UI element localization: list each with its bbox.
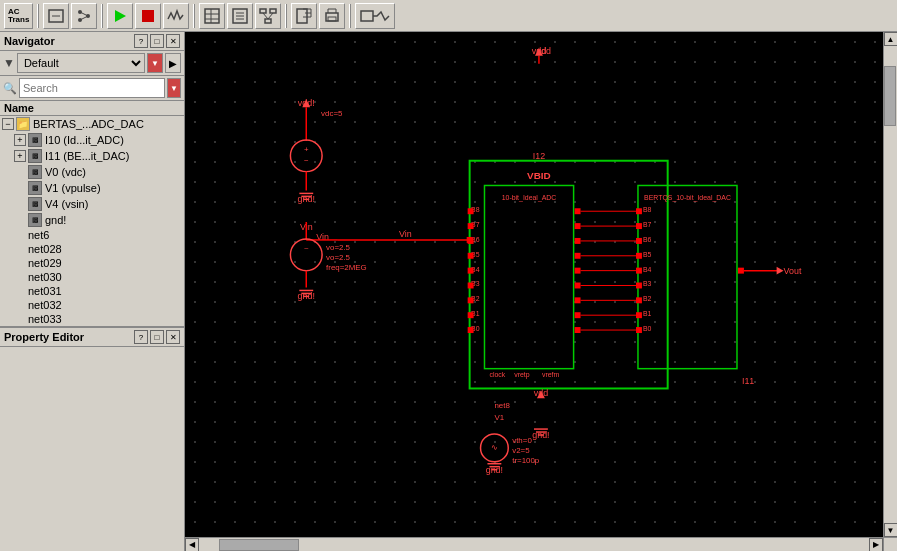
- source-plus: +: [304, 145, 309, 154]
- expand-i10[interactable]: +: [14, 134, 26, 146]
- tree-item-v4[interactable]: ▩ V4 (vsin): [0, 196, 184, 212]
- search-dropdown-arrow[interactable]: ▼: [167, 78, 181, 98]
- canvas-vertical-scrollbar[interactable]: ▲ ▼: [883, 32, 897, 537]
- vpulse-plus: ~: [304, 244, 309, 253]
- tree-item-i11[interactable]: + ▩ I11 (BE...it_DAC): [0, 148, 184, 164]
- svg-line-21: [268, 13, 273, 19]
- filter-dropdown-arrow[interactable]: ▼: [147, 53, 163, 73]
- tree-label-net6: net6: [28, 229, 49, 241]
- svg-line-6: [80, 16, 88, 20]
- tree-item-net028[interactable]: net028: [0, 242, 184, 256]
- hscroll-track[interactable]: [199, 539, 869, 551]
- b8-dot-left: [468, 208, 474, 214]
- b1-dot-right: [575, 312, 581, 318]
- toolbar-separator-4: [285, 4, 287, 28]
- vscroll-up-button[interactable]: ▲: [884, 32, 898, 46]
- layout-button[interactable]: [355, 3, 395, 29]
- canvas-horizontal-scrollbar[interactable]: ◀ ▶: [185, 537, 883, 551]
- i11-dac-box: [638, 185, 737, 368]
- tree-item-net029[interactable]: net029: [0, 256, 184, 270]
- tree-item-net033[interactable]: net033: [0, 312, 184, 326]
- hscroll-thumb[interactable]: [219, 539, 299, 551]
- vout-label: Vout: [784, 266, 802, 276]
- tree-label-v4: V4 (vsin): [45, 198, 88, 210]
- left-panel: Navigator ? □ ✕ ▼ Default ▼ ▶ 🔍 ▼: [0, 32, 185, 551]
- filter-dropdown[interactable]: Default: [17, 53, 145, 73]
- tree-item-net031[interactable]: net031: [0, 284, 184, 298]
- i10-adc-box: [484, 185, 573, 368]
- hscroll-right-button[interactable]: ▶: [869, 538, 883, 552]
- vsin-symbol: ∿: [491, 443, 498, 452]
- tree-item-v1[interactable]: ▩ V1 (vpulse): [0, 180, 184, 196]
- source-minus: −: [304, 156, 309, 165]
- chip-icon-gnd1: ▩: [28, 213, 42, 227]
- navigator-close-button[interactable]: ✕: [166, 34, 180, 48]
- svg-rect-19: [265, 19, 271, 23]
- netlist-btn2[interactable]: [71, 3, 97, 29]
- stop-button[interactable]: [135, 3, 161, 29]
- navigator-restore-button[interactable]: □: [150, 34, 164, 48]
- vpulse-params: vo=2.5: [326, 243, 351, 252]
- expand-i11[interactable]: +: [14, 150, 26, 162]
- b2-dac-dot: [636, 297, 642, 303]
- i12-label: I12: [533, 151, 545, 161]
- run-button[interactable]: [107, 3, 133, 29]
- tree-label-gnd1: gnd!: [45, 214, 66, 226]
- tree-item-i10[interactable]: + ▩ I10 (Id...it_ADC): [0, 132, 184, 148]
- b3-dac-dot: [636, 283, 642, 289]
- vscroll-track[interactable]: [884, 46, 897, 523]
- expand-root[interactable]: −: [2, 118, 14, 130]
- b7-dot-right: [575, 223, 581, 229]
- vscroll-thumb[interactable]: [884, 66, 896, 126]
- b5-dot-right: [575, 253, 581, 259]
- search-input[interactable]: [19, 78, 165, 98]
- hscroll-left-button[interactable]: ◀: [185, 538, 199, 552]
- vpulse-params3: freq=2MEG: [326, 263, 367, 272]
- hier-button[interactable]: [255, 3, 281, 29]
- b7-dot-left: [468, 223, 474, 229]
- toolbar: ACTrans: [0, 0, 897, 32]
- property-editor-panel: Property Editor ? □ ✕: [0, 327, 184, 551]
- filter-icon: ▼: [3, 56, 15, 70]
- chip-icon-v1: ▩: [28, 181, 42, 195]
- tree-item-net030[interactable]: net030: [0, 270, 184, 284]
- svg-rect-8: [142, 10, 154, 22]
- tree-label-net028: net028: [28, 243, 62, 255]
- property-editor-header: Property Editor ? □ ✕: [0, 328, 184, 347]
- tree-item-root[interactable]: − 📁 BERTAS_...ADC_DAC: [0, 116, 184, 132]
- export-button[interactable]: [291, 3, 317, 29]
- vbid-title: VBID: [527, 170, 551, 181]
- net8-label: net8: [494, 401, 510, 410]
- chip-icon-v0: ▩: [28, 165, 42, 179]
- clock-label: clock: [489, 371, 505, 378]
- svg-rect-9: [205, 9, 219, 23]
- tree-label-i11: I11 (BE...it_DAC): [45, 150, 129, 162]
- tree-column-header: Name: [0, 101, 184, 116]
- tree-item-gnd1[interactable]: ▩ gnd!: [0, 212, 184, 228]
- dac-label: BERTQS_10-bit_Ideal_DAC: [644, 194, 731, 202]
- print-button[interactable]: [319, 3, 345, 29]
- tree-item-v0[interactable]: ▩ V0 (vdc): [0, 164, 184, 180]
- property-close-button[interactable]: ✕: [166, 330, 180, 344]
- filter-more-button[interactable]: ▶: [165, 53, 181, 73]
- tree-item-net6[interactable]: net6: [0, 228, 184, 242]
- vscroll-down-button[interactable]: ▼: [884, 523, 898, 537]
- tree-item-net032[interactable]: net032: [0, 298, 184, 312]
- b4-dac-dot: [636, 268, 642, 274]
- tree-label-net030: net030: [28, 271, 62, 283]
- svg-line-5: [80, 12, 88, 16]
- property-help-button[interactable]: ?: [134, 330, 148, 344]
- ac-trans-button[interactable]: ACTrans: [4, 3, 33, 29]
- svg-rect-26: [361, 11, 373, 21]
- b4-dot-right: [575, 268, 581, 274]
- property-restore-button[interactable]: □: [150, 330, 164, 344]
- vdc-label: vdc=5: [321, 109, 343, 118]
- tree-label-net029: net029: [28, 257, 62, 269]
- schematic-button[interactable]: [43, 3, 69, 29]
- component-list-button[interactable]: [227, 3, 253, 29]
- schematic-canvas[interactable]: vdd vdd! vdc=5 + − gnd! Vin Vin: [185, 32, 897, 551]
- navigator-help-button[interactable]: ?: [134, 34, 148, 48]
- folder-icon-root: 📁: [16, 117, 30, 131]
- table-button[interactable]: [199, 3, 225, 29]
- waveform-button[interactable]: [163, 3, 189, 29]
